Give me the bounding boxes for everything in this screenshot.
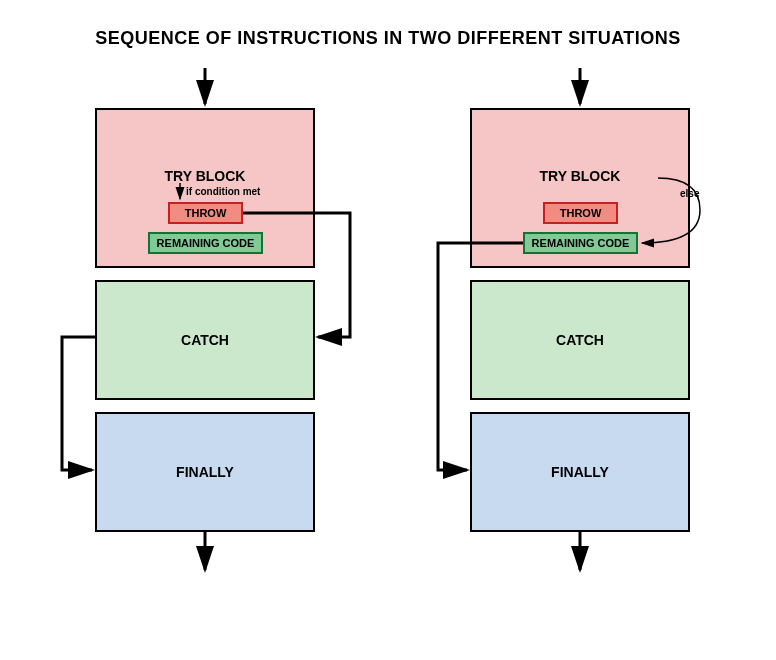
right-catch-label: CATCH (556, 332, 604, 348)
left-condition-annot: if condition met (186, 186, 260, 197)
right-try-label: TRY BLOCK (472, 168, 688, 184)
right-else-annot: else (680, 188, 699, 199)
left-catch-label: CATCH (181, 332, 229, 348)
left-catch-block: CATCH (95, 280, 315, 400)
left-arrow-catch-to-finally (62, 337, 95, 470)
right-throw-box: THROW (543, 202, 618, 224)
right-remain-box: REMAINING CODE (523, 232, 638, 254)
diagram-title: SEQUENCE OF INSTRUCTIONS IN TWO DIFFEREN… (0, 28, 776, 49)
left-finally-label: FINALLY (176, 464, 234, 480)
left-throw-box: THROW (168, 202, 243, 224)
right-finally-block: FINALLY (470, 412, 690, 532)
right-finally-label: FINALLY (551, 464, 609, 480)
right-catch-block: CATCH (470, 280, 690, 400)
left-finally-block: FINALLY (95, 412, 315, 532)
left-try-label: TRY BLOCK (97, 168, 313, 184)
left-remain-box: REMAINING CODE (148, 232, 263, 254)
